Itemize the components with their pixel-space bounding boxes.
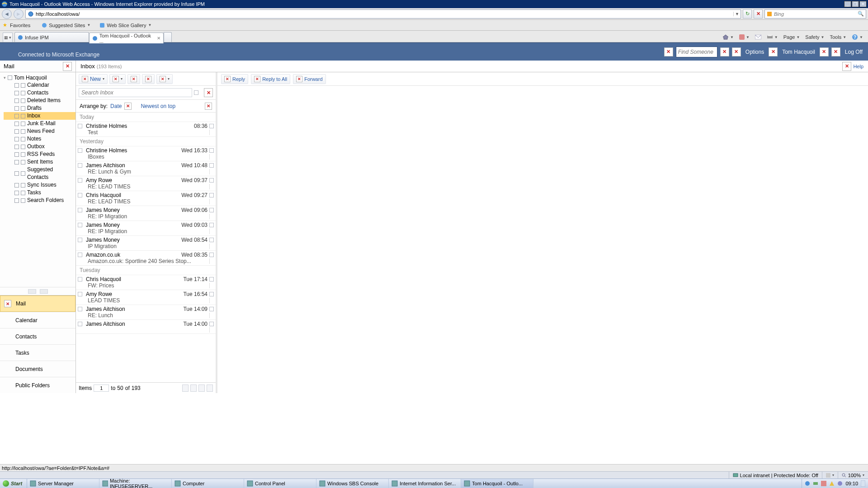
print-menu[interactable]: ▼ [765, 33, 779, 41]
nav-calendar[interactable]: Calendar [0, 312, 75, 328]
folder-item[interactable]: Junk E-Mail [4, 120, 75, 127]
flag-icon[interactable] [209, 313, 214, 318]
reply-button[interactable]: ✕Reply [221, 74, 248, 84]
pager-first[interactable] [182, 385, 189, 392]
message-checkbox[interactable] [78, 193, 82, 197]
flag-icon[interactable] [209, 184, 214, 189]
folder-checkbox[interactable] [14, 122, 19, 126]
folder-checkbox[interactable] [8, 75, 12, 80]
folder-item[interactable]: RSS Feeds [4, 150, 75, 158]
tab-close-icon[interactable]: ✕ [157, 36, 160, 41]
tray-icon[interactable] [805, 481, 810, 486]
message-checkbox[interactable] [78, 148, 82, 153]
message-flag-checkbox[interactable] [209, 292, 214, 296]
folder-checkbox[interactable] [14, 137, 19, 141]
nav-mail[interactable]: ✕Mail [0, 296, 75, 312]
message-item[interactable]: Chris HacquoilWed 09:27RE: LEAD TIMES [76, 191, 216, 206]
folder-checkbox[interactable] [14, 145, 19, 149]
message-item[interactable]: Christine Holmes08:36Test [76, 122, 216, 137]
folder-checkbox[interactable] [14, 183, 19, 188]
new-tab-button[interactable] [164, 32, 172, 42]
close-button[interactable]: ✕ [859, 1, 867, 7]
folder-item[interactable]: Inbox [4, 112, 75, 120]
mail-button[interactable] [754, 34, 763, 40]
nav-public-folders[interactable]: Public Folders [0, 377, 75, 393]
forward-button[interactable]: ✕Forward [293, 74, 326, 84]
pager-page-input[interactable] [94, 385, 109, 392]
folder-item[interactable]: Tasks [4, 189, 75, 197]
message-checkbox[interactable] [78, 307, 82, 311]
folder-item[interactable]: Sent Items [4, 158, 75, 166]
message-item[interactable]: James AitchisonTue 14:09RE: Lunch [76, 305, 216, 320]
folder-item[interactable]: Search Folders [4, 197, 75, 204]
tray-icon[interactable] [829, 481, 835, 486]
search-engine-input[interactable] [774, 11, 856, 17]
folder-checkbox[interactable] [14, 114, 19, 118]
taskbar-item[interactable]: Computer [172, 479, 244, 488]
folder-checkbox[interactable] [14, 152, 19, 157]
toolbar-button[interactable]: ✕▾ [156, 74, 173, 84]
home-menu[interactable]: ▼ [721, 33, 735, 41]
folder-checkbox[interactable] [14, 91, 19, 95]
find-someone-input[interactable] [676, 49, 717, 55]
toolbar-button[interactable]: ✕ [142, 74, 155, 84]
message-item[interactable]: James MoneyWed 09:06RE: IP Migration [76, 206, 216, 221]
tray-icon[interactable] [837, 481, 843, 486]
message-group-header[interactable]: Yesterday [76, 137, 216, 146]
message-flag-checkbox[interactable] [209, 223, 214, 227]
message-checkbox[interactable] [78, 238, 82, 242]
folder-checkbox[interactable] [14, 191, 19, 195]
folder-checkbox[interactable] [14, 160, 19, 164]
maximize-button[interactable]: ❐ [852, 1, 859, 7]
search-button[interactable]: 🔍 [856, 11, 866, 17]
show-desktop[interactable] [861, 480, 865, 487]
message-checkbox[interactable] [78, 223, 82, 227]
folder-checkbox[interactable] [14, 129, 19, 134]
search-engine-box[interactable]: 🔍 [764, 9, 866, 19]
folder-checkbox[interactable] [14, 99, 19, 103]
message-flag-checkbox[interactable] [209, 193, 214, 197]
folder-tree[interactable]: ▾ Tom Hacquoil CalendarContactsDeleted I… [0, 72, 75, 287]
folder-checkbox[interactable] [14, 171, 19, 176]
message-list[interactable]: TodayChristine Holmes08:36TestYesterdayC… [76, 113, 216, 382]
minimize-button[interactable]: _ [844, 1, 851, 7]
message-item[interactable]: Amazon.co.ukWed 08:35Amazon.co.uk: Sport… [76, 251, 216, 266]
message-flag-checkbox[interactable] [209, 307, 214, 311]
message-item[interactable]: James MoneyWed 08:54IP Migration [76, 236, 216, 251]
folder-item[interactable]: Contacts [4, 89, 75, 97]
message-flag-checkbox[interactable] [209, 163, 214, 168]
taskbar-item[interactable]: Machine: INFUSESERVER... [99, 479, 172, 488]
message-flag-checkbox[interactable] [209, 238, 214, 242]
safety-menu[interactable]: Safety▼ [804, 33, 826, 41]
message-group-header[interactable]: Today [76, 113, 216, 122]
toolbar-button[interactable]: ✕▾ [109, 74, 126, 84]
collapse-icon[interactable]: ▾ [4, 75, 6, 80]
nav-documents[interactable]: Documents [0, 361, 75, 377]
quick-tabs-button[interactable]: ▦ ▾ [3, 33, 13, 42]
nav-contacts[interactable]: Contacts [0, 328, 75, 344]
toolbar-button[interactable]: ✕ [127, 74, 140, 84]
message-flag-checkbox[interactable] [209, 322, 214, 326]
folder-item[interactable]: Sync Issues [4, 181, 75, 189]
help-menu[interactable]: ?▼ [850, 33, 864, 41]
feeds-menu[interactable]: ▼ [738, 33, 751, 41]
folder-item[interactable]: Suggested Contacts [4, 166, 75, 181]
flag-icon[interactable] [209, 298, 214, 303]
message-checkbox[interactable] [78, 124, 82, 128]
message-item[interactable]: Chris HacquoilTue 17:14FW: Prices [76, 275, 216, 290]
folder-item[interactable]: Notes [4, 135, 75, 143]
pager-prev[interactable] [190, 385, 197, 392]
message-item[interactable]: Amy RoweWed 09:37RE: LEAD TIMES [76, 176, 216, 191]
message-item[interactable]: James MoneyWed 09:03RE: IP Migration [76, 221, 216, 236]
clock[interactable]: 09:10 [845, 481, 858, 486]
taskbar-item[interactable]: Internet Information Ser... [389, 479, 461, 488]
flag-icon[interactable] [209, 214, 214, 219]
url-input[interactable] [36, 10, 733, 18]
message-checkbox[interactable] [78, 163, 82, 168]
message-flag-checkbox[interactable] [209, 277, 214, 282]
taskbar-item[interactable]: Tom Hacquoil - Outlo... [461, 479, 533, 488]
tools-menu[interactable]: Tools▼ [828, 33, 848, 41]
pager-last[interactable] [207, 385, 213, 392]
search-input[interactable] [79, 88, 192, 97]
broken-image-icon[interactable]: ✕ [204, 88, 213, 97]
